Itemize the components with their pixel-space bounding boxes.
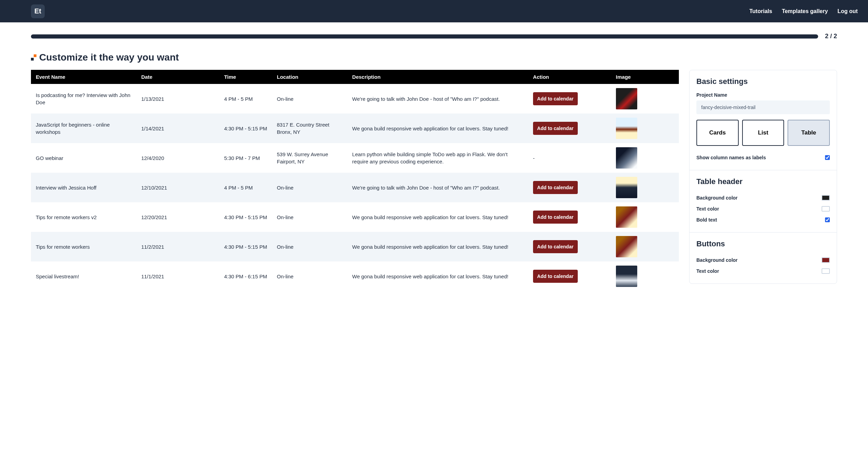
cell-date: 1/13/2021 <box>137 84 219 114</box>
cell-time: 4:30 PM - 5:15 PM <box>219 232 272 261</box>
cell-event: Tips for remote workers v2 <box>31 202 137 232</box>
cell-event: Special livestream! <box>31 261 137 291</box>
th-bold-checkbox[interactable] <box>825 217 830 222</box>
th-event: Event Name <box>31 70 137 84</box>
progress-bar <box>31 34 818 39</box>
cell-image <box>611 84 679 114</box>
table-row: Tips for remote workers v2 12/20/2021 4:… <box>31 202 679 232</box>
event-thumbnail <box>616 206 637 228</box>
th-bold-label: Bold text <box>696 217 717 223</box>
th-description: Description <box>347 70 528 84</box>
table-row: Special livestream! 11/1/2021 4:30 PM - … <box>31 261 679 291</box>
navbar: Et Tutorials Templates gallery Log out <box>0 0 868 22</box>
event-thumbnail <box>616 118 637 139</box>
view-list-button[interactable]: List <box>742 120 784 146</box>
cell-image <box>611 173 679 202</box>
add-to-calendar-button[interactable]: Add to calendar <box>533 240 578 253</box>
cell-event: Interview with Jessica Hoff <box>31 173 137 202</box>
table-header-title: Table header <box>696 177 830 186</box>
cell-time: 4:30 PM - 6:15 PM <box>219 261 272 291</box>
section-buttons: Buttons Background color Text color <box>690 233 837 283</box>
cell-time: 4:30 PM - 5:15 PM <box>219 202 272 232</box>
cell-time: 4:30 PM - 5:15 PM <box>219 114 272 143</box>
view-mode-buttons: Cards List Table <box>696 120 830 146</box>
basic-settings-title: Basic settings <box>696 77 830 86</box>
btn-bg-label: Background color <box>696 257 738 263</box>
cell-action: Add to calendar <box>528 232 611 261</box>
th-image: Image <box>611 70 679 84</box>
view-cards-button[interactable]: Cards <box>696 120 739 146</box>
btn-text-swatch[interactable] <box>822 268 830 274</box>
th-bg-swatch[interactable] <box>822 195 830 201</box>
section-basic-settings: Basic settings Project Name Cards List T… <box>690 70 837 170</box>
cell-location: On-line <box>272 173 347 202</box>
table-row: Interview with Jessica Hoff 12/10/2021 4… <box>31 173 679 202</box>
progress-text: 2 / 2 <box>825 33 837 40</box>
project-name-input[interactable] <box>696 100 830 114</box>
cell-date: 12/20/2021 <box>137 202 219 232</box>
cell-time: 4 PM - 5 PM <box>219 84 272 114</box>
cell-date: 11/2/2021 <box>137 232 219 261</box>
th-text-swatch[interactable] <box>822 206 830 212</box>
buttons-title: Buttons <box>696 239 830 248</box>
table-row: GO webinar 12/4/2020 5:30 PM - 7 PM 539 … <box>31 143 679 173</box>
add-to-calendar-button[interactable]: Add to calendar <box>533 92 578 105</box>
cell-location: On-line <box>272 261 347 291</box>
cell-location: 8317 E. Country Street Bronx, NY <box>272 114 347 143</box>
cell-location: On-line <box>272 84 347 114</box>
th-bg-label: Background color <box>696 195 738 201</box>
cell-event: Tips for remote workers <box>31 232 137 261</box>
event-thumbnail <box>616 177 637 198</box>
btn-bg-swatch[interactable] <box>822 257 830 263</box>
table-header-row: Event Name Date Time Location Descriptio… <box>31 70 679 84</box>
cell-image <box>611 202 679 232</box>
cell-image <box>611 261 679 291</box>
add-to-calendar-button[interactable]: Add to calendar <box>533 181 578 194</box>
event-thumbnail <box>616 88 637 109</box>
project-name-label: Project Name <box>696 92 830 98</box>
th-time: Time <box>219 70 272 84</box>
table-row: JavaScript for beginners - online worksh… <box>31 114 679 143</box>
heading-marker-icon <box>31 54 36 61</box>
cell-event: Is podcasting for me? Interview with Joh… <box>31 84 137 114</box>
cell-date: 1/14/2021 <box>137 114 219 143</box>
cell-time: 4 PM - 5 PM <box>219 173 272 202</box>
th-text-label: Text color <box>696 206 719 212</box>
cell-action: - <box>528 143 611 173</box>
cell-description: We gona build responsive web application… <box>347 202 528 232</box>
cell-action: Add to calendar <box>528 261 611 291</box>
cell-description: We gona build responsive web application… <box>347 232 528 261</box>
section-table-header: Table header Background color Text color… <box>690 170 837 233</box>
cell-date: 12/4/2020 <box>137 143 219 173</box>
add-to-calendar-button[interactable]: Add to calendar <box>533 211 578 224</box>
cell-image <box>611 114 679 143</box>
cell-date: 11/1/2021 <box>137 261 219 291</box>
show-column-checkbox[interactable] <box>825 155 830 160</box>
add-to-calendar-button[interactable]: Add to calendar <box>533 122 578 135</box>
show-column-label: Show column names as labels <box>696 155 766 160</box>
event-thumbnail <box>616 236 637 257</box>
cell-action: Add to calendar <box>528 173 611 202</box>
nav-link-logout[interactable]: Log out <box>837 8 858 14</box>
cell-action: Add to calendar <box>528 84 611 114</box>
add-to-calendar-button[interactable]: Add to calendar <box>533 270 578 283</box>
cell-description: We're going to talk with John Doe - host… <box>347 84 528 114</box>
cell-action: Add to calendar <box>528 202 611 232</box>
event-thumbnail <box>616 266 637 287</box>
view-table-button[interactable]: Table <box>788 120 830 146</box>
table-row: Is podcasting for me? Interview with Joh… <box>31 84 679 114</box>
nav-link-templates[interactable]: Templates gallery <box>782 8 828 14</box>
cell-image <box>611 232 679 261</box>
events-table-area: Event Name Date Time Location Descriptio… <box>31 70 679 291</box>
cell-image <box>611 143 679 173</box>
cell-description: We gona build responsive web application… <box>347 114 528 143</box>
cell-description: We're going to talk with John Doe - host… <box>347 173 528 202</box>
cell-event: GO webinar <box>31 143 137 173</box>
nav-link-tutorials[interactable]: Tutorials <box>749 8 772 14</box>
cell-location: 539 W. Surrey Avenue Fairport, NY <box>272 143 347 173</box>
cell-description: We gona build responsive web application… <box>347 261 528 291</box>
logo[interactable]: Et <box>31 4 45 18</box>
cell-location: On-line <box>272 202 347 232</box>
event-thumbnail <box>616 147 637 169</box>
cell-description: Learn python while building simple ToDo … <box>347 143 528 173</box>
